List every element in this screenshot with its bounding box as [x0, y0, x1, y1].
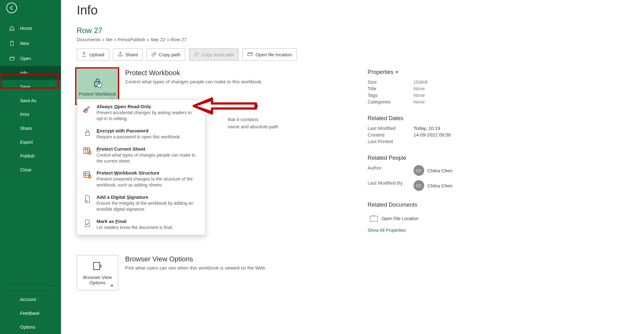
sidebar-item-save[interactable]: Save: [0, 80, 61, 94]
folder-open-icon: [9, 55, 15, 62]
date-label: Created: [368, 132, 414, 137]
back-button[interactable]: [6, 3, 17, 13]
dropdown-item-title: Add a Digital Signature: [97, 194, 200, 200]
sidebar-item-export[interactable]: Export: [0, 135, 61, 149]
related-documents-heading: Related Documents: [368, 202, 417, 208]
action-label: Copy path: [159, 52, 180, 57]
upload-icon: [81, 52, 87, 58]
openloc-button[interactable]: Open file location: [242, 48, 297, 61]
sidebar-item-new[interactable]: New: [0, 36, 61, 51]
dropdown-item-title: Protect Workbook Structure: [97, 170, 200, 175]
sidebar-item-options[interactable]: Options: [0, 320, 61, 334]
lock-shield-icon: [92, 77, 103, 89]
avatar: CC: [414, 165, 424, 176]
sidebar-item-label: Options: [20, 325, 35, 330]
browser-icon: [92, 260, 103, 272]
sidebar-item-open[interactable]: Open: [0, 51, 61, 66]
sidebar-item-label: New: [20, 41, 29, 46]
browser-view-options-button[interactable]: Browser View Options: [77, 255, 118, 290]
sidebar-item-label: Feedback: [20, 311, 39, 316]
sidebar-item-label: Print: [20, 112, 29, 117]
author-label: Author: [368, 165, 414, 179]
svg-point-8: [86, 201, 88, 203]
chevron-down-icon: [395, 71, 398, 73]
workbook-lock-icon: [83, 170, 92, 180]
action-label: Copy local path: [202, 52, 234, 57]
sidebar-item-close[interactable]: Close: [0, 163, 61, 177]
svg-rect-9: [212, 104, 254, 108]
sidebar-item-feedback[interactable]: Feedback: [0, 306, 61, 320]
sidebar-item-label: Export: [20, 140, 33, 145]
dropdown-item-protect-current-sheet[interactable]: Protect Current SheetControl what types …: [77, 143, 205, 167]
file-icon: [9, 40, 15, 47]
svg-rect-10: [93, 263, 100, 270]
folder-icon: [369, 215, 378, 222]
sidebar-item-saveas[interactable]: Save As: [0, 94, 61, 108]
modified-by-person[interactable]: CC Chitra Chen: [414, 180, 452, 191]
dropdown-item-desc: Require a password to open this workbook…: [97, 134, 181, 140]
dropdown-item-desc: Prevent accidental changes by asking rea…: [97, 110, 200, 122]
link-icon: [194, 52, 199, 58]
sidebar-item-account[interactable]: Account: [0, 292, 61, 306]
svg-rect-7: [88, 176, 91, 178]
browser-desc: Pick what users can see when this workbo…: [125, 264, 266, 271]
dropdown-item-mark-as-final[interactable]: Mark as FinalLet readers know the docume…: [77, 215, 205, 234]
upload-button[interactable]: Upload: [77, 48, 109, 61]
date-value: Today, 10:19: [414, 125, 440, 131]
sidebar-item-label: Close: [20, 167, 31, 172]
signature-icon: [83, 194, 92, 204]
sidebar-item-label: Save: [20, 84, 30, 89]
lock-icon: [83, 128, 92, 137]
property-value[interactable]: 154KB: [414, 79, 428, 85]
dropdown-item-protect-workbook-structure[interactable]: Protect Workbook StructurePrevent unwant…: [77, 167, 205, 191]
properties-heading[interactable]: Properties: [368, 69, 398, 75]
svg-rect-11: [370, 216, 378, 221]
breadcrumb: Documents » Me » PressPublish » Sep 22 »…: [77, 37, 628, 42]
copypath-button[interactable]: Copy path: [147, 48, 185, 61]
svg-rect-3: [86, 132, 90, 136]
sidebar-item-label: Home: [20, 26, 32, 31]
protect-dropdown: Always Open Read-OnlyPrevent accidental …: [77, 99, 206, 235]
date-row: Created14-09-2022 09:59: [368, 132, 628, 137]
dropdown-item-encrypt-with-password[interactable]: Encrypt with PasswordRequire a password …: [77, 125, 205, 143]
pencil-no-icon: [83, 104, 92, 113]
sidebar-separator: [8, 288, 53, 288]
action-label: Upload: [89, 52, 104, 57]
share-icon: [118, 52, 123, 58]
modified-by-name: Chitra Chen: [427, 183, 452, 188]
related-people-heading: Related People: [368, 155, 406, 161]
property-value[interactable]: None: [414, 99, 425, 104]
modified-by-label: Last Modified By: [368, 180, 414, 194]
sidebar-item-label: Save As: [20, 98, 36, 103]
property-row: Size154KB: [368, 79, 628, 85]
sidebar-item-print[interactable]: Print: [0, 108, 61, 121]
author-person[interactable]: CC Chitra Chen: [414, 165, 452, 176]
show-all-properties-link[interactable]: Show All Properties: [368, 228, 628, 233]
share-button[interactable]: Share: [113, 48, 143, 61]
protect-title: Protect Workbook: [125, 69, 263, 77]
avatar: CC: [414, 180, 424, 191]
properties-panel: Properties Size154KBTitleNoneTagsNoneCat…: [368, 69, 628, 233]
sidebar-item-publish[interactable]: Publish: [0, 149, 61, 163]
sidebar-item-info[interactable]: Info: [0, 66, 61, 80]
chevron-down-icon: [110, 285, 114, 287]
property-value[interactable]: None: [414, 92, 425, 98]
dropdown-item-desc: Let readers know the document is final.: [97, 225, 173, 231]
sidebar-item-home[interactable]: Home: [0, 21, 61, 36]
dropdown-item-add-a-digital-signature[interactable]: Add a Digital SignatureEnsure the integr…: [77, 191, 205, 215]
sidebar-item-share[interactable]: Share: [0, 121, 61, 135]
date-label: Last Printed: [368, 139, 414, 144]
page-title: Info: [77, 3, 628, 17]
dropdown-item-always-open-read-only[interactable]: Always Open Read-OnlyPrevent accidental …: [77, 101, 205, 125]
svg-rect-5: [88, 152, 91, 154]
browser-view-label: Browser View Options: [77, 275, 118, 285]
arrow-left-icon: [9, 5, 14, 11]
property-value[interactable]: None: [414, 86, 425, 91]
property-label: Categories: [368, 99, 414, 104]
author-name: Chitra Chen: [427, 168, 452, 173]
document-name: Row 27: [77, 26, 628, 35]
date-value: 14-09-2022 09:59: [414, 132, 451, 137]
dropdown-item-desc: Prevent unwanted changes to the structur…: [97, 176, 200, 188]
open-file-location-link[interactable]: Open File Location: [369, 215, 628, 222]
sidebar-item-label: Publish: [20, 153, 35, 159]
